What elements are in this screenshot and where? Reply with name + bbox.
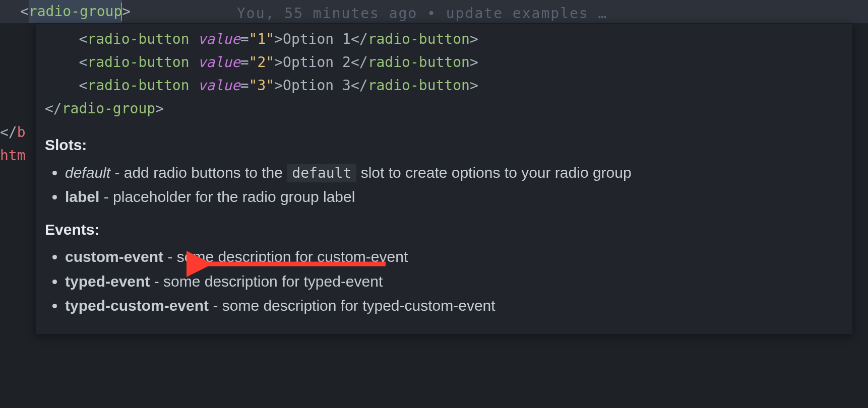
- tooltip-doc: Slots: default - add radio buttons to th…: [45, 120, 843, 318]
- tooltip-code-block: <radio-button value="1">Option 1</radio-…: [45, 28, 843, 120]
- events-list: custom-event - some description for cust…: [45, 245, 843, 318]
- event-item: custom-event - some description for cust…: [65, 245, 843, 269]
- events-heading: Events:: [45, 218, 843, 242]
- hover-tooltip[interactable]: <radio-button value="1">Option 1</radio-…: [35, 23, 853, 334]
- code-bracket-close: >: [122, 0, 131, 23]
- code-line: <radio-button value="1">Option 1</radio-…: [45, 28, 843, 51]
- event-item: typed-custom-event - some description fo…: [65, 294, 843, 318]
- editor-gutter-fragment: </b htm: [0, 121, 26, 167]
- slot-item: default - add radio buttons to the defau…: [65, 161, 843, 185]
- slots-heading: Slots:: [45, 133, 843, 157]
- code-bracket-open: <: [20, 0, 29, 23]
- slots-list: default - add radio buttons to the defau…: [45, 161, 843, 209]
- editor-active-line[interactable]: <radio-group> You, 55 minutes ago • upda…: [0, 0, 868, 23]
- code-line: </radio-group>: [45, 97, 843, 120]
- codelens-annotation[interactable]: You, 55 minutes ago • update examples …: [237, 2, 607, 25]
- event-item: typed-event - some description for typed…: [65, 270, 843, 294]
- code-line: <radio-button value="2">Option 2</radio-…: [45, 51, 843, 74]
- slot-item: label - placeholder for the radio group …: [65, 185, 843, 209]
- inline-code: default: [287, 164, 356, 182]
- code-tag-name-selected: radio-group: [29, 0, 122, 23]
- code-line: <radio-button value="3">Option 3</radio-…: [45, 74, 843, 97]
